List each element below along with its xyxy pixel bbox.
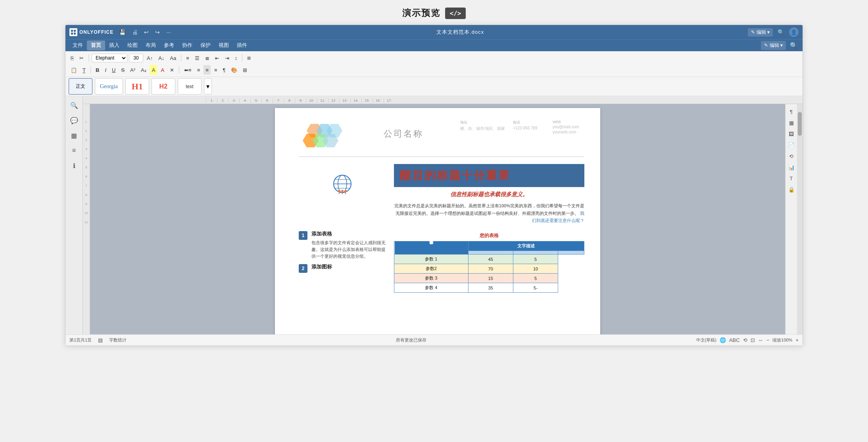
font-name-select[interactable]: Elephant	[92, 54, 127, 62]
row-label-3: 参数 3	[394, 274, 469, 283]
doc-page[interactable]: 公司名称 地址 楼、街、城市/地区、国家 电话	[275, 108, 600, 334]
sep4	[90, 66, 91, 73]
indent-less[interactable]: ⇤	[213, 53, 221, 63]
para-mark[interactable]: ¶	[221, 65, 227, 75]
menu-layout[interactable]: 布局	[142, 41, 160, 50]
menu-collab[interactable]: 协作	[178, 41, 196, 50]
italic-btn[interactable]: I	[103, 65, 108, 75]
edit-button[interactable]: ✎ 编辑 ▾	[748, 28, 773, 37]
style-normal[interactable]: 正文	[69, 78, 92, 95]
language-label[interactable]: 中文(草稿)	[696, 337, 716, 343]
col-label	[468, 251, 513, 255]
menu-file[interactable]: 文件	[69, 41, 87, 50]
clear-format-btn[interactable]: ✕	[168, 65, 176, 75]
copy-style[interactable]: ⊞	[245, 53, 253, 63]
sidebar-table-icon[interactable]: ▦	[68, 129, 80, 141]
close-button[interactable]: 👤	[789, 27, 799, 37]
language-icon[interactable]: 🌐	[720, 337, 726, 343]
zoom-in-icon[interactable]: +	[795, 337, 799, 343]
indent-more[interactable]: ⇥	[223, 53, 231, 63]
format-clear[interactable]: T̲	[81, 65, 88, 75]
menu-draw[interactable]: 绘图	[123, 41, 142, 50]
para-icon[interactable]: ¶	[787, 107, 796, 116]
font-size-up[interactable]: A↑	[145, 53, 155, 63]
more-icon[interactable]: ···	[165, 28, 173, 36]
fit-width-icon[interactable]: ↔	[758, 337, 763, 343]
strikethrough-btn[interactable]: S	[119, 65, 127, 75]
sidebar-align-icon[interactable]: ≡	[68, 145, 80, 156]
track-icon[interactable]: ⟲	[743, 337, 747, 343]
menu-insert[interactable]: 插入	[105, 41, 123, 50]
align-right[interactable]: ≡	[204, 65, 211, 75]
font-size-input[interactable]	[129, 54, 143, 62]
bold-btn[interactable]: B	[94, 65, 101, 75]
styles-dropdown[interactable]: ▾	[204, 78, 212, 95]
menu-home[interactable]: 首页	[87, 41, 105, 50]
style-georgia[interactable]: Georgia	[95, 78, 123, 95]
underline-btn[interactable]: U	[110, 65, 117, 75]
copy-btn[interactable]: ⎘	[69, 53, 76, 63]
search-icon[interactable]: 🔍	[776, 28, 786, 36]
main-content: 🔍 💬 ▦ ≡ ℹ ·1· ·2· ·3· ·4· ·5· ·6· ·7· ·8…	[65, 96, 803, 334]
subscript-btn[interactable]: A₂	[139, 65, 148, 75]
font-color-btn[interactable]: A	[159, 65, 166, 75]
word-count-label[interactable]: 字数统计	[109, 337, 127, 343]
style-h1[interactable]: H1	[125, 78, 149, 95]
menu-protect[interactable]: 保护	[196, 41, 215, 50]
table-tool-icon[interactable]: ▦	[787, 118, 796, 127]
style-text[interactable]: text	[178, 78, 202, 95]
menu-view[interactable]: 视图	[215, 41, 233, 50]
sep3	[242, 54, 242, 62]
search-btn[interactable]: 🔍	[788, 41, 799, 50]
spell-icon[interactable]: ABC	[729, 337, 740, 343]
scrollbar[interactable]	[797, 104, 803, 334]
menu-plugin[interactable]: 插件	[233, 41, 251, 50]
border-btn[interactable]: ⊞	[241, 65, 249, 75]
body-text: 完美的文件总是从完美的标题开始的。虽然世界上没有100%完美的东西，但我们希望每…	[394, 202, 584, 224]
save-icon[interactable]: 💾	[117, 28, 127, 36]
doc-header-section: 公司名称 地址 楼、街、城市/地区、国家 电话	[299, 120, 584, 157]
text-tool-icon[interactable]: T	[787, 174, 796, 183]
style-h2-label: H2	[159, 83, 167, 90]
menu-ref[interactable]: 参考	[160, 41, 178, 50]
line-spacing[interactable]: ↕	[233, 53, 240, 63]
font-size-down[interactable]: A↓	[156, 53, 166, 63]
edit-mode-btn[interactable]: ✎ 编辑 ▾	[761, 41, 786, 50]
font-aa-btn[interactable]: Aa	[168, 53, 178, 63]
align-left[interactable]: ⬅≡	[182, 65, 194, 75]
redo-icon[interactable]: ↪	[154, 28, 161, 36]
scroll-thumb[interactable]	[798, 112, 802, 136]
page-info: 第1页共1页	[69, 337, 92, 343]
print-icon[interactable]: 🖨	[131, 28, 139, 36]
onlyoffice-logo[interactable]: ONLYOFFICE	[69, 28, 113, 36]
hero-section: 醒目的标题十分重要 信息性副标题也承载很多意义。 完美的文件总是从完美的标题开始…	[299, 164, 584, 224]
sidebar-search-icon[interactable]: 🔍	[68, 99, 80, 111]
align-center[interactable]: ≡	[195, 65, 202, 75]
list-1[interactable]: ≡	[184, 53, 191, 63]
list-3[interactable]: ≣	[203, 53, 211, 63]
highlight-btn[interactable]: A	[150, 65, 157, 75]
section-right: 您的表格 文字描述	[394, 230, 584, 293]
image-tool-icon[interactable]: 🖼	[787, 129, 796, 138]
page-tool-icon[interactable]: 📄	[787, 141, 796, 149]
sidebar-info-icon[interactable]: ℹ	[68, 160, 80, 172]
code-badge: </>	[445, 8, 466, 19]
superscript-btn[interactable]: A²	[128, 65, 137, 75]
undo-icon[interactable]: ↩	[142, 28, 150, 36]
zoom-out-icon[interactable]: −	[766, 337, 770, 343]
fit-icon[interactable]: ⊡	[751, 337, 755, 343]
sidebar-comment-icon[interactable]: 💬	[68, 114, 80, 126]
lock-icon[interactable]: 🔒	[787, 185, 796, 194]
shading-btn[interactable]: 🎨	[229, 65, 239, 75]
toolbar-row-2: 📋 T̲ B I U S A² A₂ A A ✕ ⬅≡ ≡ ≡ ≡ ¶ 🎨 ⊞	[69, 64, 799, 75]
align-justify[interactable]: ≡	[212, 65, 219, 75]
close-icon: 👤	[791, 29, 797, 35]
zoom-level: 缩放100%	[772, 337, 792, 343]
rotate-icon[interactable]: ⟲	[787, 152, 796, 160]
cut-btn[interactable]: ✂	[77, 53, 86, 63]
style-h2[interactable]: H2	[152, 78, 175, 95]
chart-icon[interactable]: 📊	[787, 163, 796, 172]
paste-btn[interactable]: 📋	[69, 65, 79, 75]
word-count-icon[interactable]: ▤	[98, 337, 103, 343]
list-2[interactable]: ☰	[193, 53, 202, 63]
